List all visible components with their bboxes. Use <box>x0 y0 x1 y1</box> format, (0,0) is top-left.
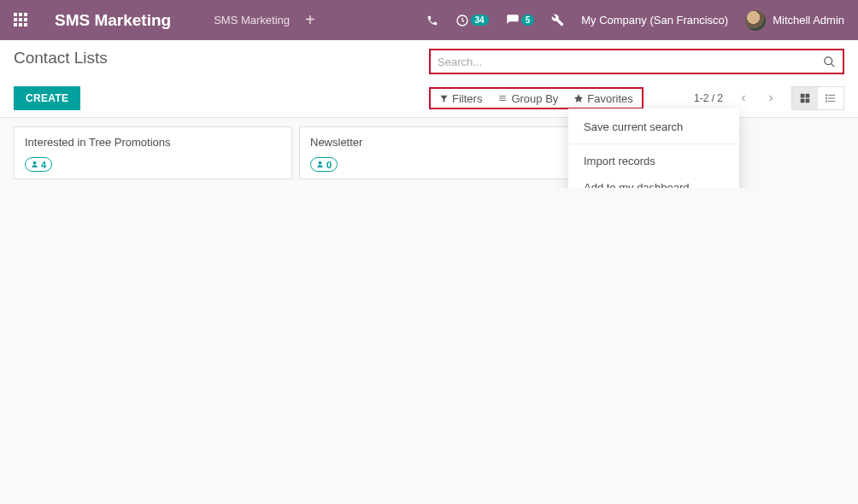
search-wrap <box>429 49 844 74</box>
svg-point-15 <box>826 101 826 102</box>
pager-prev[interactable] <box>737 91 750 105</box>
favorites-add-dashboard[interactable]: Add to my dashboard <box>568 174 739 188</box>
kanban-card[interactable]: Interested in Tree Promotions 4 <box>14 126 292 179</box>
discuss-icon[interactable]: 5 <box>506 14 535 27</box>
list-icon <box>825 92 837 104</box>
recipient-count: 4 <box>41 160 46 170</box>
page-title: Contact Lists <box>14 49 429 74</box>
control-panel: Contact Lists CREATE Filters Group By Fa… <box>0 40 858 118</box>
company-selector[interactable]: My Company (San Francisco) <box>581 14 728 26</box>
kanban-icon <box>799 92 811 104</box>
svg-point-1 <box>825 56 832 64</box>
user-icon <box>31 161 38 168</box>
list-view-button[interactable] <box>818 87 843 109</box>
kanban-card[interactable]: Newsletter 0 <box>299 126 578 179</box>
topbar: SMS Marketing SMS Marketing + 34 5 My Co… <box>0 0 858 40</box>
search-input[interactable] <box>438 56 823 68</box>
favorites-dropdown: Save current search Import records Add t… <box>568 108 739 188</box>
activities-icon[interactable]: 34 <box>455 14 489 27</box>
card-title: Interested in Tree Promotions <box>25 136 281 149</box>
favorites-save-search[interactable]: Save current search <box>568 114 739 140</box>
filters-label: Filters <box>452 92 482 105</box>
filter-group: Filters Group By Favorites <box>429 87 644 109</box>
nav-sms-marketing[interactable]: SMS Marketing <box>214 14 290 26</box>
svg-point-14 <box>826 97 826 98</box>
kanban-view-button[interactable] <box>792 87 818 109</box>
group-by-button[interactable]: Group By <box>497 92 558 105</box>
recipient-count-pill[interactable]: 4 <box>25 157 52 172</box>
user-menu[interactable]: Mitchell Admin <box>745 10 844 31</box>
user-icon <box>316 161 324 168</box>
pager-next[interactable] <box>764 91 778 105</box>
svg-line-2 <box>831 63 834 67</box>
recipient-count-pill[interactable]: 0 <box>310 157 338 172</box>
avatar <box>745 10 766 31</box>
user-name: Mitchell Admin <box>773 14 844 26</box>
create-button[interactable]: CREATE <box>14 86 80 110</box>
search-icon[interactable] <box>823 56 836 68</box>
apps-icon[interactable] <box>14 13 29 28</box>
brand-title: SMS Marketing <box>55 11 171 30</box>
search-box[interactable] <box>429 49 844 74</box>
card-title: Newsletter <box>310 136 567 149</box>
svg-rect-8 <box>801 99 805 103</box>
chevron-left-icon <box>738 93 749 103</box>
activities-badge: 34 <box>471 15 489 26</box>
phone-icon[interactable] <box>426 15 438 26</box>
star-icon <box>573 93 584 103</box>
debug-icon[interactable] <box>551 14 564 26</box>
favorites-label: Favorites <box>587 92 632 105</box>
svg-rect-6 <box>801 94 805 98</box>
svg-point-13 <box>826 95 826 96</box>
filters-button[interactable]: Filters <box>439 92 482 105</box>
group-by-icon <box>497 94 508 103</box>
toolbar-row: Filters Group By Favorites Save current … <box>429 86 844 110</box>
nav-add-button[interactable]: + <box>305 10 315 30</box>
pager-text: 1-2 / 2 <box>694 92 723 104</box>
recipient-count: 0 <box>326 160 332 170</box>
discuss-badge: 5 <box>521 15 535 26</box>
dropdown-divider <box>568 144 739 144</box>
filter-icon <box>439 94 449 103</box>
favorites-import-records[interactable]: Import records <box>568 148 739 174</box>
group-by-label: Group By <box>511 92 558 105</box>
favorites-button[interactable]: Favorites <box>573 92 632 105</box>
pager-group: 1-2 / 2 <box>694 86 844 110</box>
view-switch <box>791 86 844 110</box>
svg-rect-7 <box>806 94 810 98</box>
chevron-right-icon <box>766 93 776 103</box>
svg-rect-9 <box>806 99 810 103</box>
